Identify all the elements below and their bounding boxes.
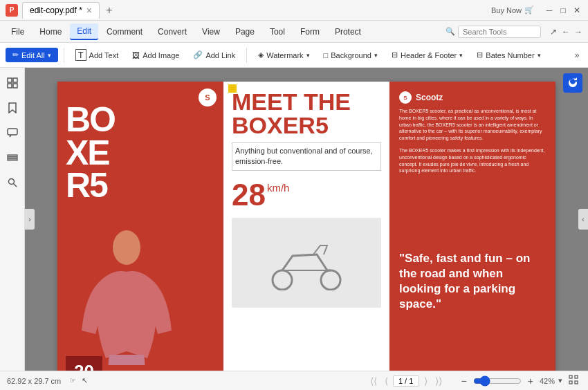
bates-icon: ⊟ [477, 50, 483, 59]
background-btn[interactable]: □ Background ▾ [318, 48, 383, 62]
zoom-slider[interactable] [473, 375, 522, 387]
toolbar-expand-btn[interactable]: » [571, 50, 582, 61]
first-page-btn[interactable]: ⟨⟨ [367, 374, 380, 388]
buy-now-btn[interactable]: Buy Now 🛒 [491, 6, 534, 15]
add-link-btn[interactable]: 🔗 Add Link [187, 48, 241, 62]
prev-page-btn[interactable]: ⟨ [382, 374, 391, 388]
watermark-dropdown-arrow: ▾ [306, 52, 310, 59]
menu-protect[interactable]: Protect [328, 24, 368, 39]
forward-btn[interactable]: → [573, 26, 584, 37]
boxer-title: BO XE R5 [66, 104, 215, 203]
menu-page[interactable]: Page [228, 24, 261, 39]
description-text-2: The BOXER5 scooter makes a first impress… [399, 147, 546, 174]
pointer-icon: ↖ [82, 376, 88, 385]
svg-rect-0 [8, 78, 12, 82]
svg-rect-5 [8, 155, 17, 156]
toolbar-right: » [571, 50, 582, 61]
zoom-out-btn[interactable]: − [459, 374, 470, 388]
svg-point-10 [113, 230, 140, 265]
right-sidebar-toggle[interactable]: ‹ [578, 209, 588, 230]
person-image [71, 227, 182, 365]
zoom-dropdown-arrow[interactable]: ▾ [558, 376, 562, 385]
scootz-logo-right: S [399, 91, 412, 104]
cart-icon: 🛒 [524, 6, 534, 15]
left-sidebar [0, 68, 25, 371]
layers-panel-btn[interactable] [3, 148, 22, 167]
share-btn[interactable]: ↗ [548, 26, 559, 37]
zoom-controls: − + 42% ▾ [459, 373, 581, 388]
toolbar-separator-2 [246, 48, 247, 63]
window-action-btns: ↗ ← → [548, 26, 584, 37]
bates-number-btn[interactable]: ⊟ Bates Number ▾ [471, 48, 546, 62]
left-panel: S BO XE R5 20 21 [57, 82, 223, 371]
restore-btn[interactable]: □ [558, 5, 569, 16]
status-bar: 62.92 x 29.7 cm ☞ ↖ ⟨⟨ ⟨ ⟩ ⟩⟩ − + 42% ▾ [0, 371, 588, 390]
document-area[interactable]: S BO XE R5 20 21 [25, 68, 588, 371]
toolbar: ✏ Edit All ▾ T Add Text 🖼 Add Image 🔗 Ad… [0, 43, 588, 68]
comments-panel-btn[interactable] [3, 123, 22, 142]
middle-panel: MEET THE BOXER5 Anything but conventiona… [223, 82, 389, 371]
menu-convert[interactable]: Convert [151, 24, 194, 39]
back-btn[interactable]: ← [560, 26, 571, 37]
window-controls: ─ □ ✕ [544, 5, 582, 16]
menu-tool[interactable]: Tool [263, 24, 292, 39]
header-icon: ⊟ [392, 50, 398, 59]
window-close-btn[interactable]: ✕ [571, 5, 582, 16]
edit-all-btn[interactable]: ✏ Edit All ▾ [6, 48, 58, 62]
svg-point-8 [8, 179, 14, 185]
cursor-icon: ☞ [69, 376, 76, 385]
background-dropdown-arrow: ▾ [374, 52, 378, 59]
svg-rect-1 [13, 78, 17, 82]
quote-text: "Safe, fast and fun – on the road and wh… [399, 183, 546, 371]
active-tab[interactable]: edit-copy.pdf * × [22, 2, 100, 19]
add-image-btn[interactable]: 🖼 Add Image [127, 48, 185, 62]
svg-rect-15 [569, 375, 572, 378]
zoom-in-btn[interactable]: + [525, 374, 536, 388]
scooter-image [232, 218, 381, 308]
svg-line-9 [13, 184, 17, 187]
zoom-level-display: 42% [540, 377, 555, 385]
scooter-svg [265, 235, 348, 290]
sync-icon-btn[interactable] [563, 73, 582, 93]
right-panel: S Scootz The BOXER5 scooter, as practica… [389, 82, 555, 371]
menu-comment[interactable]: Comment [100, 24, 149, 39]
svg-rect-2 [8, 84, 12, 88]
add-text-btn[interactable]: T Add Text [70, 46, 125, 64]
left-sidebar-toggle[interactable]: › [25, 209, 35, 230]
year-badge: 20 21 [66, 356, 102, 371]
last-page-btn[interactable]: ⟩⟩ [432, 374, 445, 388]
fit-page-btn[interactable] [566, 373, 581, 388]
search-tools-input[interactable] [458, 26, 541, 38]
svg-rect-3 [13, 84, 17, 88]
svg-rect-6 [8, 157, 17, 158]
svg-rect-7 [8, 159, 17, 160]
menu-form[interactable]: Form [293, 24, 327, 39]
header-footer-btn[interactable]: ⊟ Header & Footer ▾ [386, 48, 468, 62]
search-icon: 🔍 [445, 27, 455, 36]
background-icon: □ [324, 51, 329, 59]
scootz-logo-left: S [199, 89, 217, 106]
bookmarks-panel-btn[interactable] [3, 98, 22, 118]
minimize-btn[interactable]: ─ [544, 5, 555, 16]
new-tab-btn[interactable]: + [101, 2, 118, 19]
menu-search-area: 🔍 [445, 26, 541, 38]
tab-label: edit-copy.pdf * [30, 6, 82, 15]
search-panel-btn[interactable] [3, 173, 22, 192]
main-area: › S BO XE R5 [0, 68, 588, 371]
text-icon: T [75, 49, 86, 61]
edit-icon: ✏ [12, 50, 19, 59]
page-navigation: ⟨⟨ ⟨ ⟩ ⟩⟩ [367, 374, 445, 388]
page-input[interactable] [393, 375, 419, 387]
svg-rect-18 [575, 381, 578, 384]
svg-rect-16 [575, 375, 578, 378]
image-icon: 🖼 [132, 51, 140, 59]
menu-view[interactable]: View [195, 24, 227, 39]
annotation-marker[interactable] [228, 84, 237, 93]
watermark-btn[interactable]: ◈ Watermark ▾ [252, 48, 315, 62]
thumbnails-panel-btn[interactable] [3, 73, 22, 93]
menu-edit[interactable]: Edit [70, 24, 98, 40]
next-page-btn[interactable]: ⟩ [421, 374, 430, 388]
menu-home[interactable]: Home [33, 24, 68, 39]
menu-file[interactable]: File [4, 24, 31, 39]
tab-close-btn[interactable]: × [86, 5, 92, 16]
